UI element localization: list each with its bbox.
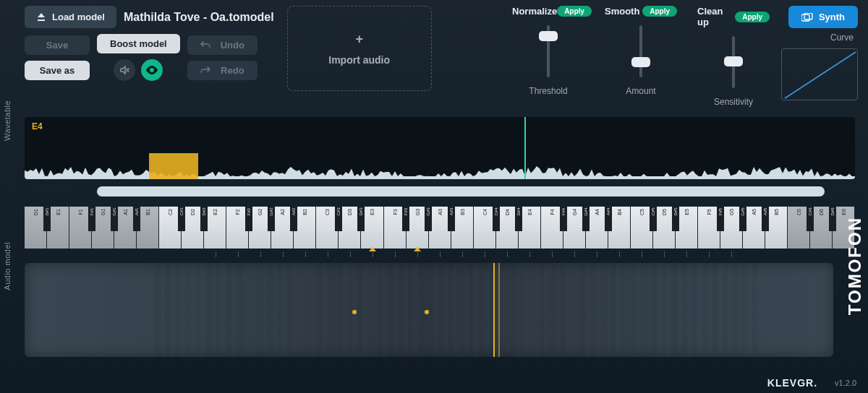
- curve-editor[interactable]: [781, 48, 858, 100]
- slider-title: Clean up: [697, 6, 735, 27]
- black-key[interactable]: D#1: [43, 207, 51, 231]
- audiomodel-view[interactable]: [25, 263, 833, 357]
- save-button[interactable]: Save: [25, 35, 90, 55]
- black-key[interactable]: D#3: [357, 207, 365, 231]
- wavetable-scroll-thumb[interactable]: [97, 186, 825, 196]
- black-key[interactable]: G#5: [739, 207, 746, 231]
- black-key[interactable]: C#6: [807, 207, 814, 231]
- black-key[interactable]: C#4: [493, 207, 500, 231]
- audiomodel-section-label: Audio model: [3, 242, 12, 290]
- wavetable-section-label: Wavetable: [3, 100, 12, 141]
- load-model-label: Load model: [52, 12, 105, 22]
- black-key[interactable]: G#4: [582, 207, 590, 231]
- keyboard-ticks: [25, 251, 855, 257]
- import-label: Import audio: [328, 54, 390, 66]
- key-marker: [414, 247, 421, 251]
- redo-icon: [200, 66, 210, 74]
- brand-label: TOMOFON: [845, 217, 865, 315]
- svg-line-2: [785, 52, 856, 98]
- boost-model-button[interactable]: Boost model: [97, 34, 180, 53]
- mute-icon: [119, 64, 130, 76]
- black-key[interactable]: D#4: [515, 207, 522, 231]
- wavetable-selection[interactable]: [149, 153, 198, 179]
- wavetable-view[interactable]: E4: [25, 117, 855, 179]
- slider-foot: Amount: [626, 86, 655, 96]
- black-key[interactable]: C#2: [178, 207, 185, 231]
- apply-button[interactable]: Apply: [557, 6, 592, 17]
- black-key[interactable]: A#4: [605, 207, 612, 231]
- slider-track[interactable]: [547, 25, 550, 77]
- black-key[interactable]: F#2: [245, 207, 252, 231]
- slider-track[interactable]: [639, 25, 642, 77]
- key-marker: [369, 247, 376, 251]
- slider-foot: Sensitivity: [714, 97, 753, 107]
- mute-icon-button[interactable]: [114, 59, 135, 81]
- save-as-button[interactable]: Save as: [25, 61, 90, 80]
- slider-title: Smooth: [605, 6, 639, 17]
- black-key[interactable]: A#3: [448, 207, 455, 231]
- wavetable-cursor[interactable]: [524, 117, 526, 179]
- slider-thumb[interactable]: [631, 57, 650, 67]
- slider-title: Normalize: [512, 6, 557, 17]
- slider-foot: Threshold: [529, 86, 567, 96]
- synth-button[interactable]: Synth: [788, 6, 858, 28]
- apply-button[interactable]: Apply: [642, 6, 677, 17]
- slider-thumb[interactable]: [724, 56, 743, 66]
- black-key[interactable]: F#1: [88, 207, 95, 231]
- audiomodel-cursor[interactable]: [493, 263, 495, 357]
- keyboard[interactable]: D1D#1E1F1F#1G1G#1A1A#1B1C2C#2D2D#2E2F2F#…: [25, 207, 855, 249]
- black-key[interactable]: C#3: [335, 207, 342, 231]
- undo-icon: [200, 41, 210, 48]
- black-key[interactable]: A#5: [762, 207, 769, 231]
- model-title: Mathilda Tove - Oa.tomodel: [124, 11, 274, 24]
- black-key[interactable]: D#5: [672, 207, 679, 231]
- load-model-button[interactable]: Load model: [25, 6, 116, 28]
- black-key[interactable]: G#1: [111, 207, 118, 231]
- maker-label: KLEVGR.: [767, 377, 817, 389]
- eye-icon: [145, 66, 158, 74]
- black-key[interactable]: F#3: [402, 207, 409, 231]
- black-key[interactable]: D#2: [200, 207, 208, 231]
- black-key[interactable]: D#6: [829, 207, 836, 231]
- slider-track[interactable]: [732, 36, 735, 88]
- curve-label: Curve: [830, 33, 858, 43]
- apply-button[interactable]: Apply: [735, 12, 770, 22]
- synth-icon: [801, 13, 813, 22]
- black-key[interactable]: F#4: [560, 207, 567, 231]
- black-key[interactable]: F#5: [717, 207, 724, 231]
- audiomodel-marker[interactable]: [352, 310, 357, 314]
- preview-icon-button[interactable]: [141, 59, 163, 81]
- black-key[interactable]: G#2: [268, 207, 275, 231]
- black-key[interactable]: A#1: [133, 207, 140, 231]
- plus-icon: +: [355, 32, 363, 47]
- version-label: v1.2.0: [835, 379, 856, 387]
- slider-thumb[interactable]: [539, 31, 558, 41]
- redo-button[interactable]: Redo: [187, 61, 258, 80]
- black-key[interactable]: A#2: [290, 207, 297, 231]
- eject-icon: [36, 13, 46, 22]
- undo-button[interactable]: Undo: [187, 35, 258, 55]
- black-key[interactable]: C#5: [650, 207, 657, 231]
- import-audio-dropzone[interactable]: + Import audio: [287, 6, 432, 91]
- wavetable-scrollbar[interactable]: [97, 186, 825, 196]
- black-key[interactable]: G#3: [425, 207, 432, 231]
